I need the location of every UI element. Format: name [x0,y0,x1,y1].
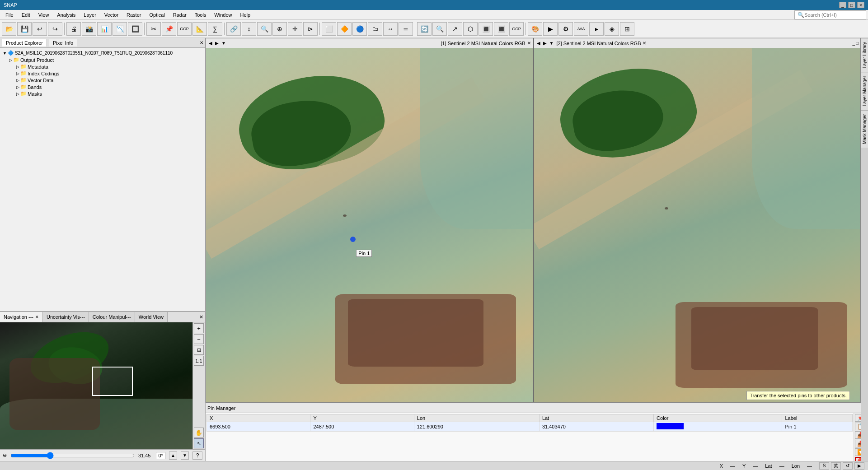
menu-layer[interactable]: Layer [80,11,100,19]
img2-prev[interactable]: ◀ [536,41,541,46]
menu-tools[interactable]: Tools [191,11,210,19]
text-button[interactable]: AAA [574,22,588,36]
color-button[interactable]: 🎨 [528,22,542,36]
tab-mask-manager[interactable]: Mask Manager [861,110,868,148]
menu-optical[interactable]: Optical [145,11,168,19]
menu-edit[interactable]: Edit [18,11,34,19]
menu-analysis[interactable]: Analysis [53,11,79,19]
img2-close[interactable]: ✕ [643,41,646,46]
zoom-in-btn2[interactable]: ⊕ [272,22,287,36]
cut-button[interactable]: ✂ [146,22,161,36]
close-button[interactable]: × [857,2,864,8]
tree-output-product[interactable]: ▷ 📁 Output Product [2,56,203,63]
screenshot-button[interactable]: 📸 [82,22,96,36]
hand-tool-button[interactable]: ✋ [194,428,204,437]
menu-radar[interactable]: Radar [169,11,190,19]
img1-close[interactable]: ✕ [527,41,531,46]
img2-next[interactable]: ▶ [542,41,548,46]
image-canvas-2[interactable] [534,48,861,402]
pin-button[interactable]: 📌 [162,22,176,36]
search-input[interactable] [804,12,863,18]
img2-down[interactable]: ▼ [549,41,555,46]
menu-view[interactable]: View [35,11,53,19]
play-button[interactable]: ▶ [543,22,558,36]
lines-button[interactable]: ≣ [399,22,413,36]
zoom-slider[interactable] [10,452,135,459]
layer-button[interactable]: 🗂 [368,22,382,36]
gcp2-button[interactable]: GCP [509,22,524,36]
zoom-fit-nav-button[interactable]: ⊞ [194,345,204,355]
minimize-button[interactable]: _ [839,2,846,8]
menu-window[interactable]: Window [211,11,235,19]
img1-down[interactable]: ▼ [221,41,227,46]
zoom-actual-button[interactable]: 1:1 [194,356,204,366]
rotation-up-button[interactable]: ▲ [169,451,177,460]
tab-navigation[interactable]: Navigation --- ✕ [0,312,43,322]
pin-color-cell[interactable] [654,422,782,432]
tab-product-explorer[interactable]: Product Explorer [2,39,47,47]
tree-root[interactable]: ▼ 🔷 S2A_MSIL1C_20190628T023551_N0207_R08… [2,50,203,56]
rect-select-button[interactable]: ⬜ [322,22,336,36]
sum-button[interactable]: ∑ [208,22,222,36]
gcp-button[interactable]: GCP [177,22,192,36]
menu-vector[interactable]: Vector [101,11,122,19]
img1-next[interactable]: ▶ [214,41,220,46]
zoom-in-button[interactable]: + [194,323,204,333]
extra3-button[interactable]: ⊞ [620,22,634,36]
box2-button[interactable]: 🔳 [494,22,508,36]
ruler-button[interactable]: 📐 [192,22,207,36]
shape-button[interactable]: 🔶 [337,22,352,36]
stretch-button[interactable]: ↔ [383,22,398,36]
image-canvas-1[interactable]: Pin 1 [206,48,533,402]
link-button[interactable]: 🔗 [226,22,241,36]
open-button[interactable]: 📂 [2,22,16,36]
tree-index-codings[interactable]: ▷ 📁 Index Codings [2,70,203,77]
circle-button[interactable]: 🔵 [352,22,367,36]
search-bar[interactable]: 🔍 [794,10,866,19]
help-button[interactable]: ? [192,451,202,460]
maximize-button[interactable]: □ [848,2,855,8]
save-button[interactable]: 💾 [17,22,32,36]
menu-file[interactable]: File [2,11,17,19]
tree-bands[interactable]: ▷ 📁 Bands [2,84,203,90]
tab-layer-library[interactable]: Layer Library [861,38,868,72]
tab-pixel-info[interactable]: Pixel Info [49,39,77,47]
settings-button[interactable]: ⚙ [558,22,573,36]
print-button[interactable]: 🖨 [66,22,81,36]
zoom-out-button[interactable]: − [194,334,204,344]
tab-colour[interactable]: Colour Manipul--- [89,312,135,322]
extra2-button[interactable]: ◈ [605,22,619,36]
undo-button[interactable]: ↩ [33,22,47,36]
refresh-button[interactable]: 🔄 [417,22,432,36]
status-btn1[interactable]: S [819,462,829,470]
img2-minimize[interactable]: _ [852,41,855,46]
redo-button[interactable]: ↪ [48,22,62,36]
menu-help[interactable]: Help [236,11,254,19]
crosshair-button[interactable]: ✛ [288,22,302,36]
status-btn2[interactable]: 英 [831,462,841,470]
magnify-button[interactable]: 🔍 [432,22,447,36]
tree-masks[interactable]: ▷ 📁 Masks [2,90,203,97]
menu-raster[interactable]: Raster [123,11,145,19]
status-btn3[interactable]: ↺ [843,462,853,470]
nav-panel-close[interactable]: ✕ [197,314,205,320]
tab-uncertainty[interactable]: Uncertainty Vis--- [43,312,89,322]
img1-prev[interactable]: ◀ [208,41,213,46]
tab-layer-manager[interactable]: Layer Manager [861,72,868,110]
flip-button[interactable]: ↕ [242,22,256,36]
sync-button[interactable]: ⊳ [303,22,318,36]
nav-tab-close[interactable]: ✕ [35,315,39,319]
panel-close-button[interactable]: ✕ [200,40,203,45]
polygon-button[interactable]: ⬡ [463,22,478,36]
tab-world-view[interactable]: World View [135,312,168,322]
chart-button[interactable]: 📊 [97,22,112,36]
histogram-button[interactable]: 📉 [113,22,127,36]
tree-vector-data[interactable]: ▷ 📁 Vector Data [2,77,203,84]
pin-row-1[interactable]: 6693.500 2487.500 121.600290 31.403470 P… [207,422,853,432]
scatter-button[interactable]: 🔲 [128,22,142,36]
tree-metadata[interactable]: ▷ 📁 Metadata [2,63,203,70]
cursor-button[interactable]: ↖ [194,438,204,448]
rotation-down-button[interactable]: ▼ [181,451,189,460]
img2-maximize[interactable]: □ [856,41,859,46]
status-btn4[interactable]: ▶ [854,462,864,470]
